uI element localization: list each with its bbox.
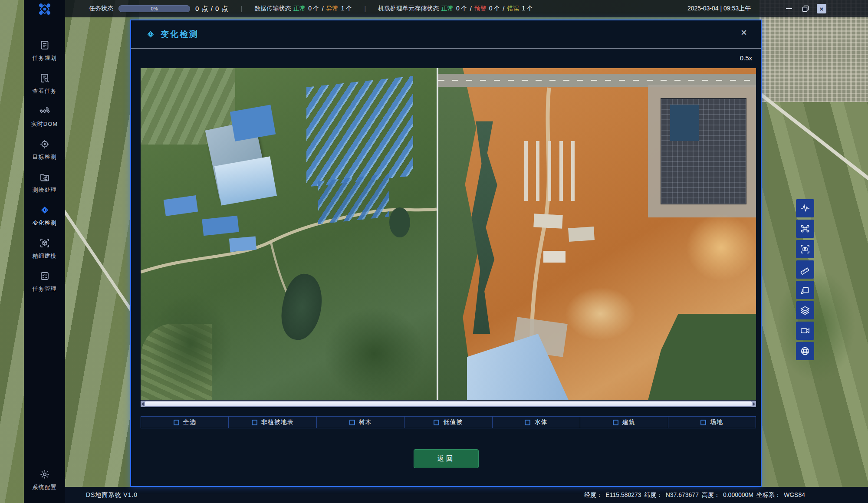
image-detail <box>686 214 756 281</box>
crs-value: WGS84 <box>784 491 805 499</box>
image-detail <box>566 287 635 340</box>
transmission-status-group: 数据传输状态 正常 0 个 / 异常 1 个 <box>254 5 352 13</box>
dialog-header: 变化检测 <box>131 20 761 49</box>
application-window: 任务状态 0% 0 点 / 0 点 | 数据传输状态 正常 0 个 / 异常 1… <box>0 0 868 503</box>
latitude-value: N37.673677 <box>666 491 699 499</box>
maximize-icon <box>802 5 809 12</box>
video-tool-button[interactable] <box>796 322 814 340</box>
capture-tool-button[interactable] <box>796 240 814 258</box>
altitude-value: 0.000000M <box>723 491 753 499</box>
latitude-label: 纬度： <box>644 491 663 499</box>
sidebar-nav: 任务规划 查看任务 实时DOM <box>24 35 65 299</box>
checkbox-icon[interactable] <box>700 420 706 425</box>
drone-logo-icon <box>37 3 52 16</box>
storage-normal-count: 0 个 <box>456 5 467 13</box>
sidebar-item-task-planning[interactable]: 任务规划 <box>24 35 65 68</box>
globe-tool-button[interactable] <box>796 342 814 360</box>
sidebar-item-realtime-dom[interactable]: 实时DOM <box>24 101 65 134</box>
filter-water[interactable]: 水体 <box>493 417 580 428</box>
longitude-value: E115.580273 <box>605 491 641 499</box>
checkbox-icon[interactable] <box>174 420 179 425</box>
filter-row: 全选 非植被地表 树木 低值被 水体 建筑 <box>141 416 756 428</box>
measure-tool-button[interactable] <box>796 260 814 279</box>
waveform-icon <box>800 203 810 214</box>
checkbox-icon[interactable] <box>252 420 257 425</box>
return-button[interactable]: 返回 <box>414 449 479 468</box>
sidebar-item-task-management[interactable]: 任务管理 <box>24 266 65 299</box>
minimize-icon <box>786 8 792 9</box>
sidebar-item-label: 系统配置 <box>33 483 57 491</box>
filter-label: 水体 <box>534 418 547 426</box>
waveform-tool-button[interactable] <box>796 199 814 217</box>
transmission-abnormal-count: 1 个 <box>341 5 352 13</box>
scroll-left-arrow-icon[interactable] <box>141 402 144 406</box>
task-planning-icon <box>39 40 50 50</box>
video-camera-icon <box>800 325 810 336</box>
transmission-normal-count: 0 个 <box>308 5 319 13</box>
area-measure-tool-button[interactable] <box>796 281 814 299</box>
globe-icon <box>800 346 810 356</box>
filter-select-all[interactable]: 全选 <box>141 417 229 428</box>
image-compare-viewer <box>141 68 756 400</box>
dialog-title: 变化检测 <box>161 29 199 40</box>
separator: | <box>241 5 243 12</box>
sidebar-item-system-config[interactable]: 系统配置 <box>24 464 65 497</box>
sidebar-item-mapping-processing[interactable]: 测绘处理 <box>24 167 65 200</box>
filter-site[interactable]: 场地 <box>668 417 756 428</box>
sidebar-item-target-detection[interactable]: 目标检测 <box>24 134 65 167</box>
ruler-icon <box>800 264 810 275</box>
filter-label: 低值被 <box>443 418 463 426</box>
filter-label: 场地 <box>710 418 723 426</box>
filter-building[interactable]: 建筑 <box>580 417 668 428</box>
image-detail <box>306 76 413 187</box>
image-detail <box>533 214 562 228</box>
filter-low-vegetation[interactable]: 低值被 <box>404 417 492 428</box>
image-detail <box>568 227 595 242</box>
gear-icon <box>39 469 50 480</box>
storage-error-count: 1 个 <box>522 5 533 13</box>
scrollbar-thumb[interactable] <box>145 401 752 407</box>
minimize-button[interactable] <box>784 3 794 14</box>
crs-label: 坐标系： <box>756 491 781 499</box>
dialog-close-button[interactable]: × <box>741 27 747 38</box>
longitude-label: 经度： <box>584 491 602 499</box>
checkbox-icon[interactable] <box>525 420 530 425</box>
storage-label: 机载处理单元存储状态 <box>378 5 439 13</box>
checkbox-icon[interactable] <box>613 420 618 425</box>
sidebar-item-view-tasks[interactable]: 查看任务 <box>24 68 65 101</box>
sidebar-item-change-detection[interactable]: 变化检测 <box>24 200 65 233</box>
app-version: DS地面系统 V1.0 <box>86 491 138 499</box>
filter-trees[interactable]: 树木 <box>317 417 404 428</box>
filter-label: 树木 <box>359 418 372 426</box>
area-measure-icon <box>800 285 810 295</box>
checkbox-icon[interactable] <box>349 420 355 425</box>
filter-label: 建筑 <box>622 418 635 426</box>
drone-icon <box>800 224 810 234</box>
checkbox-icon[interactable] <box>434 420 439 425</box>
image-detail <box>670 105 699 141</box>
horizontal-scrollbar[interactable] <box>141 401 756 407</box>
image-detail <box>524 141 582 201</box>
sidebar-item-label: 测绘处理 <box>33 186 57 194</box>
transmission-normal-label: 正常 <box>293 5 306 13</box>
target-icon <box>39 139 50 149</box>
drone-tool-button[interactable] <box>796 220 814 238</box>
scroll-right-arrow-icon[interactable] <box>753 402 755 406</box>
close-window-button[interactable]: × <box>817 4 826 13</box>
checklist-icon <box>39 271 50 281</box>
storage-normal-label: 正常 <box>441 5 454 13</box>
image-detail <box>318 174 389 225</box>
after-image[interactable] <box>438 68 756 400</box>
app-logo <box>24 3 65 16</box>
layers-tool-button[interactable] <box>796 301 814 319</box>
map-toolbar <box>796 199 814 360</box>
change-detection-icon <box>39 205 50 215</box>
filter-non-vegetation-surface[interactable]: 非植被地表 <box>229 417 316 428</box>
before-image[interactable] <box>141 68 437 400</box>
sidebar-item-fine-modeling[interactable]: 精细建模 <box>24 233 65 266</box>
sidebar-item-label: 变化检测 <box>33 219 57 227</box>
slash: / <box>470 5 472 12</box>
storage-warning-label: 预警 <box>474 5 487 13</box>
datetime: 2025-03-04 | 09:53上午 <box>687 5 751 13</box>
maximize-button[interactable] <box>800 3 811 14</box>
